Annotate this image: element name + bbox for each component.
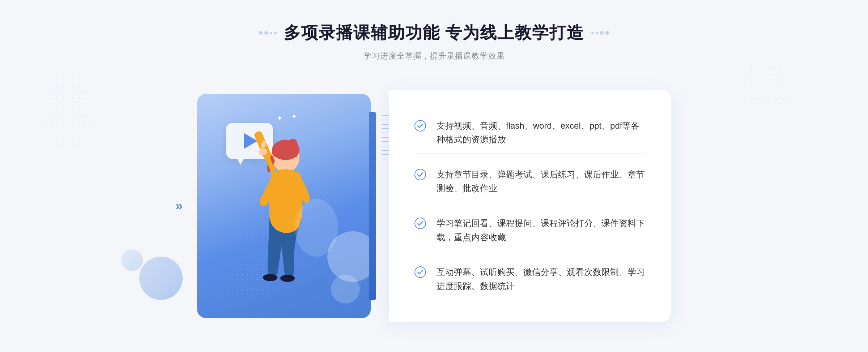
feature-text-2: 支持章节目录、弹题考试、课后练习、课后作业、章节测验、批改作业 (437, 168, 646, 196)
svg-point-18 (415, 169, 426, 180)
left-arrow-icon: » (175, 198, 183, 214)
feature-text-1: 支持视频、音频、flash、word、excel、ppt、pdf等各种格式的资源… (437, 119, 646, 147)
sub-title: 学习进度全掌握，提升录播课教学效果 (259, 51, 609, 61)
main-title: 多项录播课辅助功能 专为线上教学打造 (284, 22, 584, 44)
bg-dots-left (36, 72, 94, 145)
feature-item-1: 支持视频、音频、flash、word、excel、ppt、pdf等各种格式的资源… (414, 112, 646, 154)
page-wrapper: 多项录播课辅助功能 专为线上教学打造 学习进度全掌握，提升录播课教学效果 » (0, 0, 868, 352)
dot-3 (270, 32, 272, 34)
dot-8 (605, 31, 609, 35)
features-panel: 支持视频、音频、flash、word、excel、ppt、pdf等各种格式的资源… (389, 90, 671, 322)
title-decoration-left (259, 31, 277, 35)
svg-point-5 (295, 199, 338, 257)
header-section: 多项录播课辅助功能 专为线上教学打造 学习进度全掌握，提升录播课教学效果 (259, 22, 609, 61)
title-decoration-right (591, 31, 609, 35)
feature-item-4: 互动弹幕、试听购买、微信分享、观看次数限制、学习进度跟踪、数据统计 (414, 259, 646, 300)
header-title-row: 多项录播课辅助功能 专为线上教学打造 (259, 22, 609, 44)
character-figure (230, 101, 353, 318)
svg-point-2 (259, 148, 267, 155)
feature-item-3: 学习笔记回看、课程提问、课程评论打分、课件资料下载，重点内容收藏 (414, 210, 646, 251)
blue-accent-bar (369, 112, 376, 300)
svg-point-4 (280, 275, 295, 282)
dot-2 (264, 31, 268, 35)
dot-1 (259, 31, 263, 35)
illustration-bg: ✦ ✦ (197, 94, 371, 318)
feature-item-2: 支持章节目录、弹题考试、课后练习、课后作业、章节测验、批改作业 (414, 161, 646, 202)
check-circle-icon-4 (414, 266, 426, 278)
svg-point-20 (415, 267, 426, 278)
svg-point-17 (415, 120, 426, 131)
outer-circle-1 (139, 257, 183, 300)
feature-text-4: 互动弹幕、试听购买、微信分享、观看次数限制、学习进度跟踪、数据统计 (437, 265, 646, 293)
illustration-area: » ✦ ✦ (197, 83, 400, 329)
check-circle-icon-1 (414, 120, 426, 132)
bg-dots-right (749, 54, 796, 112)
feature-text-3: 学习笔记回看、课程提问、课程评论打分、课件资料下载，重点内容收藏 (437, 216, 646, 244)
dot-6 (596, 32, 598, 34)
check-circle-icon-3 (414, 217, 426, 229)
outer-circle-2 (121, 249, 143, 271)
check-circle-icon-2 (414, 168, 426, 181)
svg-point-19 (415, 218, 426, 229)
dot-7 (600, 31, 604, 35)
content-area: » ✦ ✦ (181, 83, 687, 329)
dot-5 (591, 32, 594, 34)
svg-point-3 (263, 274, 277, 281)
dot-4 (274, 32, 277, 34)
